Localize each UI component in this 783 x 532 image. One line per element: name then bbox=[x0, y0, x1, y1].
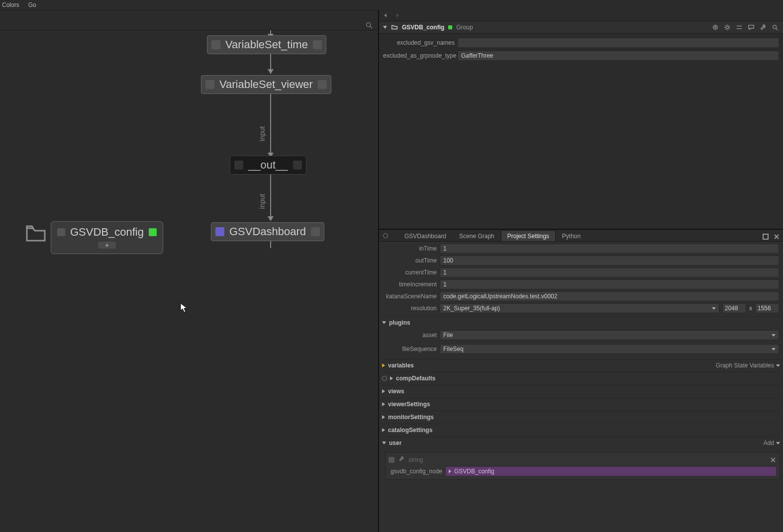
user-field-type: string bbox=[408, 456, 423, 463]
menu-go[interactable]: Go bbox=[28, 1, 36, 8]
nav-back-icon[interactable] bbox=[382, 12, 389, 19]
field-label: outTime bbox=[383, 257, 437, 264]
mouse-cursor-icon bbox=[180, 303, 187, 313]
expand-icon bbox=[382, 402, 385, 406]
tab-gsvdashboard[interactable]: GSVDashboard bbox=[398, 230, 453, 241]
field-label: resolution bbox=[383, 305, 437, 312]
menu-colors[interactable]: Colors bbox=[2, 1, 19, 8]
tab-scene-graph[interactable]: Scene Graph bbox=[453, 230, 501, 241]
expand-icon bbox=[382, 321, 386, 324]
section-catalogsettings[interactable]: catalogSettings bbox=[382, 426, 780, 435]
resolution-dropdown[interactable]: 2K_Super_35(full-ap) bbox=[440, 303, 719, 313]
scenename-input[interactable] bbox=[440, 291, 779, 301]
section-monitorsettings[interactable]: monitorSettings bbox=[382, 413, 780, 422]
svg-rect-9 bbox=[763, 234, 768, 239]
drag-handle-icon[interactable] bbox=[389, 457, 394, 463]
node-out[interactable]: __out__ bbox=[230, 156, 306, 175]
section-variables[interactable]: variables Graph State Variables bbox=[382, 361, 780, 370]
value-text: GSVDB_config bbox=[454, 468, 494, 475]
outtime-input[interactable] bbox=[440, 256, 779, 266]
node-port-out[interactable] bbox=[311, 227, 320, 236]
node-variableset-viewer[interactable]: VariableSet_viewer bbox=[201, 75, 331, 94]
field-label: asset bbox=[390, 332, 437, 339]
tab-python[interactable]: Python bbox=[556, 230, 587, 241]
timeincrement-input[interactable] bbox=[440, 279, 779, 289]
section-title: variables bbox=[388, 362, 414, 369]
project-settings-panel: inTime outTime currentTime timeIncrement… bbox=[379, 242, 783, 532]
node-label: GSVDB_config bbox=[70, 226, 144, 239]
field-label: fileSequence bbox=[390, 346, 437, 353]
param-label: excluded_as_grpnode_type bbox=[383, 52, 455, 59]
section-viewersettings[interactable]: viewerSettings bbox=[382, 400, 780, 409]
asset-dropdown[interactable]: File bbox=[440, 330, 779, 340]
node-port-in[interactable] bbox=[234, 161, 243, 170]
expand-icon bbox=[390, 376, 393, 380]
dropdown-value: File bbox=[443, 332, 453, 339]
node-status-dot bbox=[149, 228, 157, 236]
tab-project-settings[interactable]: Project Settings bbox=[501, 230, 556, 241]
gear-icon[interactable] bbox=[723, 23, 731, 31]
filesequence-dropdown[interactable]: FileSeq bbox=[440, 344, 779, 354]
reorder-icon[interactable] bbox=[735, 23, 743, 31]
svg-point-3 bbox=[714, 26, 716, 28]
expand-icon bbox=[382, 442, 386, 444]
section-plugins[interactable]: plugins bbox=[382, 318, 780, 327]
nav-forward-icon[interactable] bbox=[394, 12, 401, 19]
section-title: compDefaults bbox=[396, 375, 435, 382]
wrench-icon[interactable] bbox=[398, 456, 404, 463]
node-port-in[interactable] bbox=[205, 80, 214, 89]
visibility-icon[interactable] bbox=[711, 23, 719, 31]
node-graph-canvas[interactable]: input input VariableSet_time VariableSet… bbox=[0, 10, 378, 532]
chevron-down-icon bbox=[772, 334, 776, 337]
field-label: katanaSceneName bbox=[383, 293, 437, 300]
close-tab-icon[interactable] bbox=[772, 232, 781, 241]
edge bbox=[270, 53, 271, 70]
field-label: inTime bbox=[383, 245, 437, 252]
node-label: VariableSet_time bbox=[225, 38, 308, 51]
node-port-in[interactable] bbox=[211, 40, 220, 49]
chevron-down-icon bbox=[772, 348, 776, 351]
res-width-input[interactable] bbox=[722, 303, 746, 313]
canvas-toolbar bbox=[0, 10, 378, 30]
node-gsvdashboard[interactable]: GSVDashboard bbox=[211, 222, 324, 241]
section-title: plugins bbox=[389, 319, 410, 326]
delete-icon[interactable] bbox=[770, 456, 777, 463]
expand-icon[interactable] bbox=[383, 26, 387, 29]
maximize-icon[interactable] bbox=[761, 232, 770, 241]
res-height-input[interactable] bbox=[755, 303, 779, 313]
excluded-gsv-names-input[interactable] bbox=[458, 38, 779, 48]
node-gsvdb-config[interactable]: GSVDB_config + bbox=[24, 221, 163, 254]
section-user[interactable]: user Add bbox=[382, 439, 780, 447]
wrench-icon[interactable] bbox=[759, 23, 767, 31]
node-label: GSVDashboard bbox=[229, 225, 306, 238]
search-icon[interactable] bbox=[771, 23, 779, 31]
gsvdb-config-node-value[interactable]: GSVDB_config bbox=[445, 466, 777, 476]
svg-line-8 bbox=[776, 28, 778, 30]
currenttime-input[interactable] bbox=[440, 267, 779, 277]
field-label: timeIncrement bbox=[383, 281, 437, 288]
node-port-in[interactable] bbox=[215, 227, 224, 236]
expand-icon bbox=[382, 415, 385, 419]
add-button[interactable]: Add bbox=[764, 440, 774, 446]
comment-icon[interactable] bbox=[747, 23, 755, 31]
section-title: monitorSettings bbox=[388, 414, 434, 421]
param-node-type: Group bbox=[456, 24, 473, 31]
section-title: views bbox=[388, 388, 404, 395]
node-port-out[interactable] bbox=[293, 161, 302, 170]
param-panel-header: GSVDB_config Group bbox=[379, 21, 783, 34]
edge-label: input bbox=[258, 194, 266, 209]
search-icon[interactable] bbox=[365, 21, 373, 29]
node-port-out[interactable] bbox=[313, 40, 322, 49]
add-port-button[interactable]: + bbox=[98, 242, 116, 249]
node-variableset-time[interactable]: VariableSet_time bbox=[207, 35, 326, 54]
section-views[interactable]: views bbox=[382, 387, 780, 396]
chevron-down-icon bbox=[712, 307, 716, 310]
intime-input[interactable] bbox=[440, 244, 779, 254]
section-compdefaults[interactable]: compDefaults bbox=[382, 374, 780, 383]
excluded-as-grpnode-type-input[interactable] bbox=[458, 51, 779, 61]
node-port[interactable] bbox=[57, 228, 65, 236]
node-port-out[interactable] bbox=[318, 80, 327, 89]
tab-options-icon[interactable] bbox=[383, 233, 388, 238]
section-title: viewerSettings bbox=[388, 401, 430, 408]
svg-point-4 bbox=[726, 26, 728, 28]
